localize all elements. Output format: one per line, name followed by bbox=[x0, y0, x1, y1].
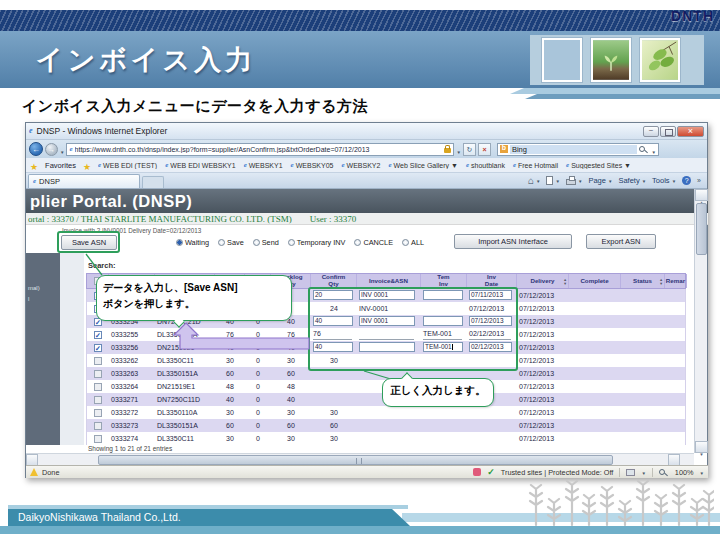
column-header: Tem Inv bbox=[421, 274, 467, 288]
zoom-mode-icon[interactable] bbox=[626, 469, 635, 476]
ie-icon: e bbox=[466, 162, 469, 169]
forward-button[interactable] bbox=[45, 143, 58, 156]
trees-icon bbox=[528, 477, 714, 527]
cell-backlog: 76 bbox=[271, 331, 311, 338]
portal-sidebar: mal)l bbox=[26, 253, 60, 445]
history-dropdown-icon[interactable] bbox=[60, 140, 64, 158]
scroll-grip-icon bbox=[356, 458, 362, 464]
vertical-scrollbar[interactable] bbox=[694, 189, 707, 453]
row-checkbox[interactable] bbox=[94, 370, 102, 378]
row-checkbox[interactable] bbox=[94, 383, 102, 391]
back-button[interactable] bbox=[29, 142, 43, 156]
input-area-highlight bbox=[308, 287, 518, 371]
import-asn-button[interactable]: Import ASN Interface bbox=[454, 234, 572, 249]
favorite-link[interactable]: eWEBSKY2 bbox=[341, 162, 380, 169]
divider bbox=[619, 468, 620, 477]
radio-option[interactable]: CANCLE bbox=[354, 238, 393, 247]
portal-sidebar-gutter bbox=[60, 253, 84, 445]
favorite-link[interactable]: eWEBSKY05 bbox=[291, 162, 334, 169]
band-swoosh-light bbox=[510, 88, 720, 94]
url-field[interactable]: e https://www.dnth.co.th/dnsp/index.jsp?… bbox=[66, 143, 454, 156]
footer-light-line bbox=[8, 505, 408, 509]
cell-backlog: 40 bbox=[271, 396, 311, 403]
help-icon[interactable]: ? bbox=[682, 176, 691, 185]
favorites-label[interactable]: Favorites bbox=[45, 161, 76, 170]
horizontal-scrollbar[interactable] bbox=[26, 453, 694, 465]
safety-menu[interactable]: Safety bbox=[618, 176, 646, 185]
tools-menu[interactable]: Tools bbox=[652, 176, 676, 185]
zoom-dropdown-icon[interactable] bbox=[700, 468, 704, 477]
scroll-down-icon[interactable] bbox=[695, 441, 708, 453]
row-checkbox[interactable] bbox=[94, 435, 102, 443]
cell-cb bbox=[87, 370, 109, 378]
feeds-button[interactable] bbox=[546, 176, 559, 185]
cell-order: 0333272 bbox=[109, 409, 155, 416]
tab-favicon: e bbox=[33, 178, 36, 185]
search-icon[interactable] bbox=[639, 146, 645, 152]
radio-option[interactable]: Waiting bbox=[176, 238, 209, 247]
radio-option[interactable]: Temporary INV bbox=[288, 238, 346, 247]
row-checkbox[interactable] bbox=[94, 409, 102, 417]
column-header[interactable]: Delivery▲▼ bbox=[517, 274, 569, 288]
cell-oqty: 76 bbox=[215, 331, 245, 338]
maximize-button[interactable] bbox=[660, 126, 676, 137]
url-dropdown-icon[interactable] bbox=[456, 140, 460, 158]
cell-order: 0333263 bbox=[109, 370, 155, 377]
zoom-level-text[interactable]: 100% bbox=[675, 468, 694, 477]
cell-rqty: 0 bbox=[245, 344, 271, 351]
address-bar: e https://www.dnth.co.th/dnsp/index.jsp?… bbox=[26, 140, 707, 158]
cell-order: 0333255 bbox=[109, 331, 155, 338]
cell-oqty: 48 bbox=[215, 383, 245, 390]
favorite-link[interactable]: eSuggested Sites ▼ bbox=[566, 162, 631, 169]
row-checkbox[interactable]: ✓ bbox=[94, 344, 102, 352]
minimize-button[interactable] bbox=[643, 126, 659, 137]
callout-line2: ボタンを押します。 bbox=[103, 298, 195, 309]
band-swoosh-dark bbox=[525, 94, 720, 99]
favorite-link[interactable]: eWEB EDI WEBSKY1 bbox=[165, 162, 235, 169]
row-checkbox[interactable] bbox=[94, 422, 102, 430]
favorite-link[interactable]: eshoutblank bbox=[466, 162, 505, 169]
scroll-up-icon[interactable] bbox=[695, 189, 708, 201]
feed-icon bbox=[546, 176, 553, 185]
close-button[interactable] bbox=[677, 126, 704, 137]
favorite-label: Suggested Sites ▼ bbox=[571, 162, 631, 169]
cell-delivery: 07/12/2013 bbox=[517, 344, 569, 351]
favorite-link[interactable]: eWEBSKY1 bbox=[244, 162, 283, 169]
radio-option[interactable]: ALL bbox=[402, 238, 424, 247]
zoom-icon[interactable] bbox=[659, 469, 665, 475]
print-button[interactable] bbox=[566, 176, 582, 185]
radio-icon bbox=[354, 239, 361, 246]
cell-part: DL3350C11 bbox=[155, 357, 215, 364]
radio-option[interactable]: Send bbox=[253, 238, 279, 247]
radio-label: ALL bbox=[411, 238, 424, 247]
favorite-link[interactable]: eWeb Slice Gallery ▼ bbox=[388, 162, 457, 169]
row-checkbox[interactable] bbox=[94, 396, 102, 404]
favorite-link[interactable]: eWEB EDI (TEST) bbox=[98, 162, 157, 169]
tab-dnsp[interactable]: e DNSP bbox=[28, 174, 140, 188]
add-favorite-icon[interactable] bbox=[83, 158, 91, 173]
favorite-link[interactable]: eFree Hotmail bbox=[513, 162, 558, 169]
refresh-button[interactable]: ↻ bbox=[463, 143, 476, 156]
row-checkbox[interactable] bbox=[94, 357, 102, 365]
search-dropdown-icon[interactable] bbox=[651, 140, 655, 158]
export-asn-button[interactable]: Export ASN bbox=[586, 234, 656, 249]
vertical-scroll-thumb[interactable] bbox=[696, 203, 707, 255]
new-tab-button[interactable] bbox=[142, 176, 164, 188]
page-title: インボイス入力 bbox=[36, 42, 256, 78]
ie-icon: e bbox=[513, 162, 516, 169]
home-button[interactable] bbox=[528, 175, 541, 186]
overflow-chevron-icon[interactable]: » bbox=[697, 177, 701, 184]
stop-button[interactable]: × bbox=[478, 143, 491, 156]
row-checkbox[interactable]: ✓ bbox=[94, 331, 102, 339]
zoom-mode-dropdown-icon[interactable] bbox=[641, 468, 645, 477]
privacy-icon[interactable] bbox=[473, 468, 481, 476]
page-menu[interactable]: Page bbox=[588, 176, 612, 185]
cell-oqty: 30 bbox=[215, 357, 245, 364]
column-header[interactable]: Status▲▼ bbox=[621, 274, 665, 288]
search-box[interactable]: Bing bbox=[497, 143, 659, 156]
search-engine-label: Bing bbox=[510, 145, 638, 154]
radio-option[interactable]: Save bbox=[218, 238, 244, 247]
horizontal-scroll-thumb[interactable] bbox=[98, 455, 613, 465]
leaves-photo bbox=[640, 38, 680, 82]
favorites-star-icon[interactable] bbox=[30, 158, 38, 173]
